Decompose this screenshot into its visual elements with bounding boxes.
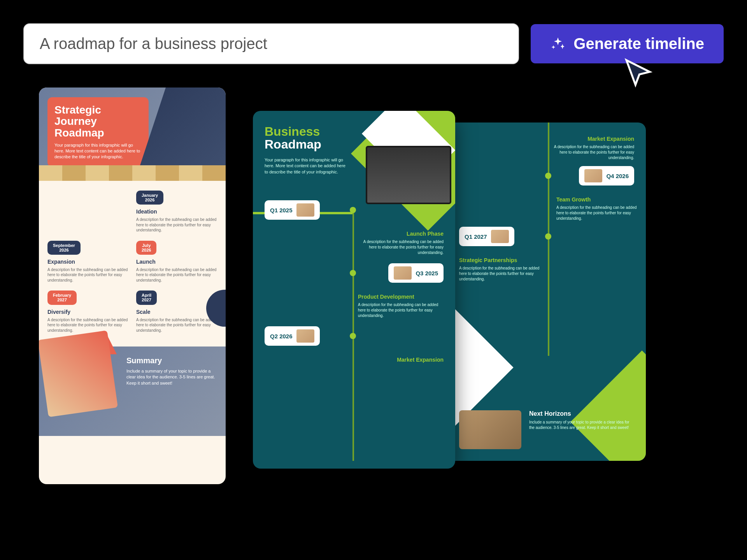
date-pill: April 2027 [136, 290, 157, 304]
summary-title: Next Horizons [529, 410, 634, 417]
summary-illustration [39, 331, 118, 417]
date-pill: September 2026 [47, 241, 81, 255]
quarter-pill: Q1 2027 [459, 227, 514, 246]
sparkle-icon [550, 36, 566, 52]
section-text: Launch Phase A description for the subhe… [362, 231, 444, 256]
thumb-image [394, 266, 412, 280]
summary-desc: Include a summary of your topic to provi… [126, 368, 216, 386]
summary-desc: Include a summary of your topic to provi… [529, 420, 634, 430]
timeline-body: Market Expansion A description for the s… [447, 122, 646, 294]
thumb-image [491, 230, 509, 243]
summary-section: Next Horizons Include a summary of your … [459, 410, 634, 449]
section-label: Market Expansion [459, 136, 634, 142]
quarter-label: Q1 2027 [465, 233, 487, 240]
item-title: Expansion [47, 259, 128, 265]
timeline-body: January 2026 Ideation A description for … [39, 181, 226, 346]
prompt-input[interactable]: A roadmap for a business project [23, 23, 519, 64]
section-desc: A description for the subheading can be … [459, 266, 541, 282]
thumb-image [296, 329, 314, 343]
template-desc: Your paragraph for this infographic will… [54, 142, 142, 160]
quarter-pill: Q4 2026 [579, 166, 634, 186]
timeline-dot-icon [350, 207, 356, 213]
title-card: Strategic Journey Roadmap Your paragraph… [47, 97, 149, 167]
section-label: Strategic Partnerships [459, 257, 634, 263]
item-desc: A description for the subheading can be … [136, 217, 217, 233]
item-title: Launch [136, 259, 217, 265]
item-desc: A description for the subheading can be … [47, 267, 128, 283]
timeline-dot-icon [350, 333, 356, 339]
date-pill: July 2026 [136, 241, 156, 255]
section-desc: A description for the subheading can be … [556, 205, 638, 221]
section-text: Strategic Partnerships A description for… [459, 257, 634, 282]
item-title: Ideation [136, 208, 217, 215]
item-desc: A description for the subheading can be … [47, 317, 128, 333]
generate-timeline-button[interactable]: Generate timeline [531, 24, 724, 63]
timeline-body: Q1 2025 Launch Phase A description for t… [253, 181, 455, 374]
section-text: Market Expansion [362, 357, 444, 363]
section-label: Market Expansion [362, 357, 444, 363]
template-business-roadmap[interactable]: Business Roadmap Your paragraph for this… [253, 111, 455, 469]
summary-title: Summary [126, 356, 216, 365]
template-desc: Your paragraph for this infographic will… [265, 157, 350, 175]
quarter-label: Q3 2025 [416, 270, 438, 276]
template-strategic-journey[interactable]: Strategic Journey Roadmap Your paragraph… [39, 88, 226, 484]
item-title: Scale [136, 309, 217, 315]
timeline-node: Q3 2025 [265, 263, 444, 283]
quarter-pill: Q2 2026 [265, 326, 320, 346]
title-line-1: Business [265, 124, 444, 139]
summary-image [459, 410, 521, 449]
section-desc: A description for the subheading can be … [358, 302, 440, 318]
quarter-label: Q1 2025 [270, 207, 293, 214]
section-desc: A description for the subheading can be … [362, 239, 444, 256]
timeline-node: Q1 2027 [459, 227, 634, 246]
item-desc: A description for the subheading can be … [136, 317, 217, 333]
cursor-icon [622, 58, 654, 89]
thumb-image [296, 203, 314, 217]
date-pill: January 2026 [136, 191, 163, 205]
section-text: Team Growth A description for the subhea… [556, 196, 634, 221]
timeline-dot-icon [350, 270, 356, 276]
quarter-label: Q2 2026 [270, 333, 293, 340]
template-header: Strategic Journey Roadmap Your paragraph… [39, 88, 226, 181]
quarter-pill: Q1 2025 [265, 200, 320, 220]
timeline-dot-icon [545, 233, 551, 240]
date-pill: February 2027 [47, 290, 77, 304]
section-text: Market Expansion A description for the s… [459, 136, 634, 161]
timeline-node: Q2 2026 [265, 326, 444, 346]
quarter-label: Q4 2026 [606, 173, 629, 179]
header-illustration [140, 88, 226, 165]
item-title: Diversify [47, 309, 128, 315]
template-title: Strategic Journey Roadmap [54, 104, 142, 138]
template-business-roadmap-page2[interactable]: Market Expansion A description for the s… [447, 122, 646, 461]
quarter-pill: Q3 2025 [388, 263, 444, 283]
generate-button-label: Generate timeline [573, 35, 704, 52]
laptop-image [366, 146, 451, 204]
timeline-dot-icon [545, 173, 551, 179]
section-label: Launch Phase [362, 231, 444, 237]
summary-section: Summary Include a summary of your topic … [39, 346, 226, 436]
thumb-image [584, 169, 602, 182]
section-desc: A description for the subheading can be … [552, 144, 634, 161]
section-label: Product Development [358, 294, 440, 300]
section-label: Team Growth [556, 196, 634, 203]
timeline-node: Q4 2026 [459, 166, 634, 186]
item-desc: A description for the subheading can be … [136, 267, 217, 283]
section-text: Product Development A description for th… [358, 294, 440, 318]
